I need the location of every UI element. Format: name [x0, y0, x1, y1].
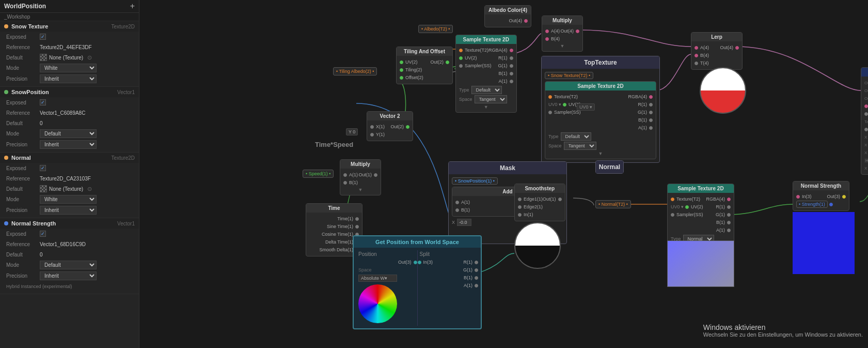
split-in-dot[interactable] [418, 261, 421, 264]
ss-in-dot[interactable] [518, 213, 522, 217]
add-a-dot[interactable] [455, 201, 459, 204]
exposed-check-2[interactable]: ✓ [40, 165, 46, 171]
mode-select-0[interactable]: White Default [40, 64, 97, 72]
mult-out-dot[interactable] [576, 29, 579, 33]
lit-master-node[interactable]: Lit Master Object Space ▾ Vertex Positio… [861, 67, 868, 175]
tiling-offset-node[interactable]: Tiling And Offset UV(2) Out(2) Tiling(2)… [396, 47, 453, 84]
st-expand[interactable]: ▼ [459, 104, 513, 110]
y0-input[interactable]: Y 0 [346, 128, 358, 135]
st2-a-dot[interactable] [649, 126, 653, 130]
st-type-dropdown[interactable]: Type Default [459, 85, 513, 95]
node-canvas[interactable]: Albedo Color(4) Out(4) Multiply A(4) Out… [139, 0, 868, 348]
lerp-node[interactable]: Lerp A(4) Out(4) B(4) T(4) [691, 32, 743, 70]
ss-edge1-dot[interactable] [518, 198, 522, 201]
lerp-out-dot[interactable] [735, 46, 739, 50]
v2-y-dot[interactable] [370, 133, 374, 137]
precision-select-1[interactable]: Inherit Half [40, 140, 97, 149]
vector2-node[interactable]: Vector 2 X(1) Out(2) Y(1) [367, 111, 413, 141]
st-b-dot[interactable] [510, 72, 513, 75]
sample-texture-top-node[interactable]: Sample Texture 2D Texture(T2) RGBA(4) UV… [455, 35, 517, 113]
normal-strength-header[interactable]: Normal Strength Vector1 [0, 218, 139, 229]
mode-select-3[interactable]: Default White [40, 261, 97, 269]
add-button[interactable]: + [130, 2, 135, 10]
st-g-dot[interactable] [510, 64, 513, 68]
split-b-dot[interactable] [475, 276, 478, 280]
st-sampler-dot[interactable] [459, 64, 463, 68]
precision-select-0[interactable]: Inherit Half Full [40, 74, 97, 83]
st-uv-dot[interactable] [459, 56, 463, 60]
albedo-out-dot[interactable] [524, 19, 528, 23]
normal-header[interactable]: Normal Texture2D [0, 153, 139, 163]
sn-rgba-dot[interactable] [727, 198, 731, 201]
mult-b-dot[interactable] [545, 37, 549, 41]
sn-uv-dot[interactable] [685, 205, 689, 209]
lerp-b-dot[interactable] [695, 54, 698, 57]
albedo-color-node[interactable]: Albedo Color(4) Out(4) [484, 5, 531, 27]
to-offset-dot[interactable] [400, 76, 403, 80]
sn-g-dot[interactable] [727, 213, 731, 217]
multiply-top-node[interactable]: Multiply A(4) Out(4) B(4) ▼ [542, 16, 583, 52]
st-a-dot[interactable] [510, 80, 513, 83]
st-rgba-out-dot[interactable] [510, 49, 513, 52]
uv0-badge-top2[interactable]: UV0 ▾ [577, 103, 595, 111]
split-r-dot[interactable] [475, 261, 478, 264]
mt-b-dot[interactable] [343, 181, 347, 185]
lm-cm-dot[interactable] [864, 128, 868, 131]
sn-r-dot[interactable] [727, 205, 731, 209]
to-tiling-dot[interactable] [400, 68, 403, 72]
top-texture-group[interactable]: TopTexture • Snow Texture(T2) • Sample T… [541, 56, 660, 163]
st-space-dropdown[interactable]: Space Tangent [459, 95, 513, 104]
pos-out-dot[interactable] [414, 261, 417, 264]
precision-select-3[interactable]: Inherit [40, 271, 97, 280]
st2-b-dot[interactable] [649, 118, 653, 122]
smoothstep-node[interactable]: Smoothstep Edge1(1) Out(1) Edge2(1) In(1… [514, 184, 565, 221]
split-a-dot[interactable] [475, 284, 478, 288]
st-space-select[interactable]: Tangent [475, 95, 507, 103]
ns-in-dot[interactable] [796, 195, 800, 199]
normal-strength-output-node[interactable]: Normal Strength In(3) Out(3) • Strength(… [793, 181, 849, 211]
mode-select-2[interactable]: White Default [40, 195, 97, 204]
st2-sampler-dot[interactable] [548, 111, 552, 114]
exposed-check-3[interactable]: ✓ [40, 231, 46, 237]
mt-a-dot[interactable] [343, 173, 347, 177]
st2-type-select[interactable]: Default [561, 132, 591, 141]
multiply-time-node[interactable]: Multiply A(1) Out(1) B(1) ▼ [340, 159, 381, 195]
st2-expand[interactable]: ▼ [548, 150, 653, 157]
st-tex-in-dot[interactable] [459, 49, 463, 52]
absolute-w-dropdown[interactable]: Absolute W▾ [358, 275, 397, 282]
sn-sampler-dot[interactable] [671, 213, 674, 217]
lm-norm-dot[interactable] [864, 112, 868, 116]
st-type-select[interactable]: Default [471, 86, 502, 94]
to-out-dot[interactable] [446, 60, 449, 64]
lm-bc-dot[interactable] [864, 104, 868, 108]
precision-select-2[interactable]: Inherit [40, 206, 97, 215]
time-out-dot[interactable] [355, 217, 359, 221]
texture-picker-0[interactable]: None (Texture) ⊙ [40, 54, 92, 61]
texture-circle-btn-0[interactable]: ⊙ [87, 54, 92, 61]
add-b-dot[interactable] [455, 208, 459, 212]
mt-expand[interactable]: ▼ [343, 187, 377, 193]
st2-space-dropdown[interactable]: Space Tangent [548, 141, 653, 150]
mode-select-1[interactable]: Default White [40, 129, 97, 138]
st-r-dot[interactable] [510, 56, 513, 60]
v2-x-dot[interactable] [370, 125, 374, 129]
st2-rgba-dot[interactable] [649, 95, 653, 99]
get-position-node[interactable]: Get Position from World Space Position O… [353, 235, 482, 329]
st2-tex-dot[interactable] [548, 95, 552, 99]
snow-position-header[interactable]: SnowPosition Vector1 [0, 87, 139, 97]
lerp-a-dot[interactable] [695, 46, 698, 50]
ns-strength-dot[interactable] [829, 203, 833, 206]
to-uv-in-dot[interactable] [400, 60, 403, 64]
texture-picker-2[interactable]: None (Texture) ⊙ [40, 185, 92, 192]
mt-out-dot[interactable] [374, 173, 377, 177]
st2-g-dot[interactable] [649, 111, 653, 114]
split-g-dot[interactable] [475, 268, 478, 272]
sn-b-dot[interactable] [727, 221, 731, 224]
exposed-check-1[interactable]: ✓ [40, 99, 46, 105]
st2-r-dot[interactable] [649, 103, 653, 107]
exposed-check-0[interactable]: ✓ [40, 34, 46, 40]
lerp-t-dot[interactable] [695, 62, 698, 65]
texture-circle-btn-2[interactable]: ⊙ [87, 186, 92, 192]
ss-edge2-dot[interactable] [518, 205, 522, 209]
ss-out-dot[interactable] [558, 198, 562, 201]
